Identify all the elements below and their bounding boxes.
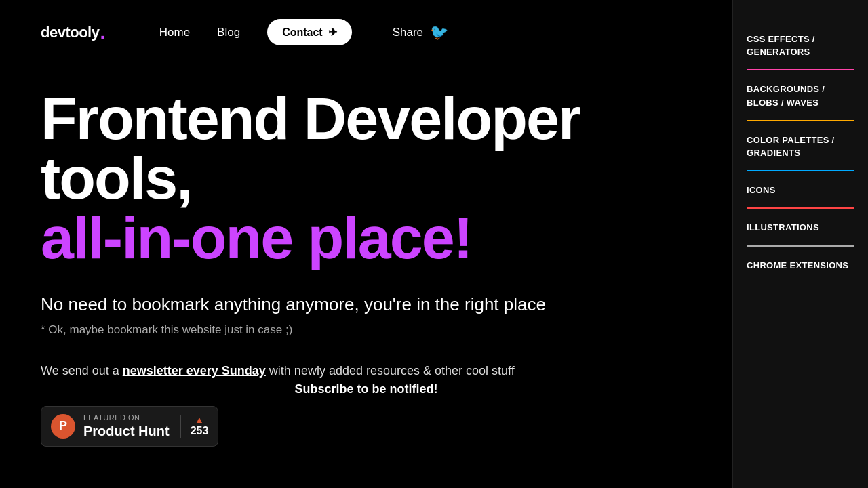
hero-title-line1: Frontend Developer tools, — [41, 89, 692, 208]
twitter-icon[interactable]: 🐦 — [430, 24, 448, 41]
ph-count: 253 — [191, 424, 209, 437]
sidebar-item-4[interactable]: ILLUSTRATIONS — [747, 209, 854, 246]
logo-dot: . — [100, 23, 104, 42]
home-link[interactable]: Home — [159, 26, 190, 39]
contact-button[interactable]: Contact ✈ — [267, 19, 352, 45]
blog-link[interactable]: Blog — [217, 26, 240, 39]
sidebar-item-label-0: CSS EFFECTS / GENERATORS — [747, 34, 815, 57]
ph-arrow-icon: ▲ — [195, 415, 204, 424]
hero-section: Frontend Developer tools, all-in-one pla… — [41, 62, 692, 488]
sidebar-item-1[interactable]: BACKGROUNDS / BLOBS / WAVES — [747, 70, 854, 121]
ph-featured-on: FEATURED ON — [83, 413, 170, 422]
hero-title-line2: all-in-one place! — [41, 208, 692, 268]
sidebar-item-label-2: COLOR PALETTES / GRADIENTS — [747, 135, 835, 158]
sidebar-item-3[interactable]: ICONS — [747, 171, 854, 209]
ph-name: Product Hunt — [83, 423, 170, 439]
logo-text: devtooly — [41, 24, 99, 41]
share-area: Share 🐦 — [393, 24, 448, 41]
newsletter-text: We send out a newsletter every Sunday wi… — [41, 364, 692, 378]
newsletter-before: We send out a — [41, 364, 123, 378]
ph-info: FEATURED ON Product Hunt — [83, 413, 170, 439]
main-content: devtooly . Home Blog Contact ✈ Share 🐦 F… — [0, 0, 732, 488]
newsletter-after: with newly added resources & other cool … — [266, 364, 515, 378]
nav-links: Home Blog Contact ✈ Share 🐦 — [159, 19, 448, 45]
sidebar-item-label-1: BACKGROUNDS / BLOBS / WAVES — [747, 84, 825, 107]
newsletter-section: We send out a newsletter every Sunday wi… — [41, 364, 692, 446]
sidebar-item-0[interactable]: CSS EFFECTS / GENERATORS — [747, 20, 854, 70]
contact-label: Contact — [282, 26, 323, 39]
product-hunt-badge[interactable]: P FEATURED ON Product Hunt ▲ 253 — [41, 406, 218, 446]
sidebar: CSS EFFECTS / GENERATORSBACKGROUNDS / BL… — [732, 0, 868, 488]
ph-logo-letter: P — [59, 419, 67, 433]
ph-votes: ▲ 253 — [180, 415, 209, 437]
subscribe-label: Subscribe to be notified! — [41, 382, 692, 396]
send-icon: ✈ — [328, 26, 337, 39]
share-label: Share — [393, 26, 423, 39]
newsletter-link[interactable]: newsletter every Sunday — [123, 364, 266, 378]
hero-subtitle: No need to bookmark anything anymore, yo… — [41, 292, 692, 317]
sidebar-item-2[interactable]: COLOR PALETTES / GRADIENTS — [747, 121, 854, 171]
ph-logo: P — [51, 414, 75, 439]
sidebar-item-label-3: ICONS — [747, 185, 776, 195]
hero-note: * Ok, maybe bookmark this website just i… — [41, 323, 692, 337]
logo[interactable]: devtooly . — [41, 23, 105, 42]
navbar: devtooly . Home Blog Contact ✈ Share 🐦 — [41, 0, 692, 62]
sidebar-item-label-4: ILLUSTRATIONS — [747, 222, 819, 232]
sidebar-item-5[interactable]: CHROME EXTENSIONS — [747, 247, 854, 284]
sidebar-item-label-5: CHROME EXTENSIONS — [747, 260, 848, 270]
